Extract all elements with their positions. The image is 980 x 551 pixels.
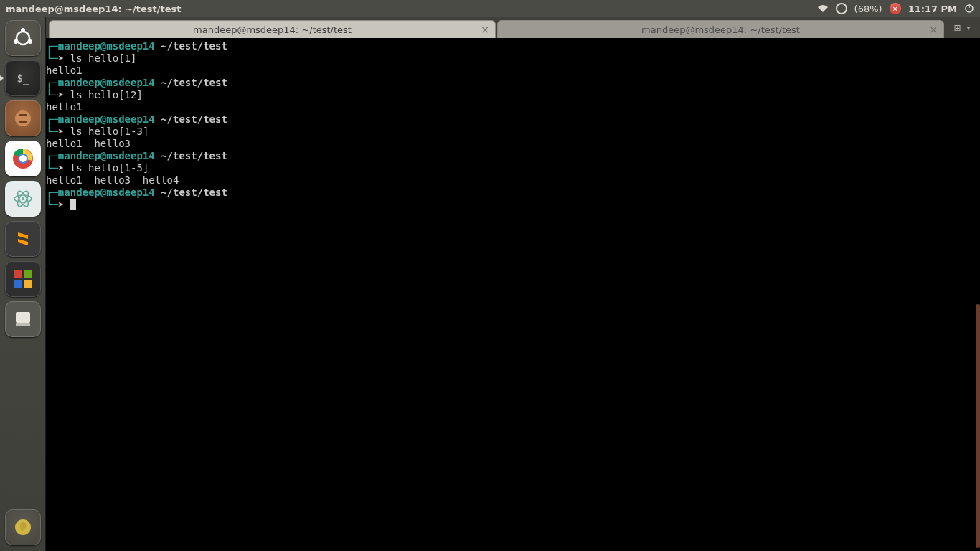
system-tray: (68%) ✕ 11:17 PM	[817, 3, 974, 14]
tab-title: mandeep@msdeep14: ~/test/test	[641, 24, 800, 35]
svg-rect-20	[16, 312, 30, 323]
svg-rect-1	[969, 4, 970, 8]
svg-point-2	[17, 32, 29, 44]
tab-close-icon[interactable]: ×	[481, 24, 489, 35]
tab-title: mandeep@msdeep14: ~/test/test	[193, 24, 352, 35]
close-indicator-icon[interactable]: ✕	[890, 3, 901, 14]
launcher-sublime[interactable]	[5, 221, 41, 257]
launcher-trash[interactable]	[5, 509, 41, 545]
svg-rect-7	[19, 114, 27, 116]
svg-point-11	[19, 155, 27, 162]
wifi-icon[interactable]	[817, 4, 829, 13]
top-menu-bar: mandeep@msdeep14: ~/test/test (68%) ✕ 11…	[0, 0, 980, 17]
scrollbar-thumb[interactable]	[976, 304, 980, 548]
tab-menu-icon[interactable]: ▾	[966, 24, 970, 32]
svg-point-4	[14, 39, 18, 44]
svg-rect-8	[19, 121, 27, 123]
launcher-dock: $_	[0, 17, 46, 551]
launcher-atom[interactable]	[5, 181, 41, 217]
terminal-viewport[interactable]: ┌─mandeep@msdeep14 ~/test/test └─➤ ls he…	[46, 39, 980, 551]
svg-point-15	[22, 197, 24, 200]
terminal-cursor	[70, 199, 76, 210]
terminal-tab-active[interactable]: mandeep@msdeep14: ~/test/test ×	[49, 20, 496, 38]
terminal-tab-bar: mandeep@msdeep14: ~/test/test × mandeep@…	[46, 17, 980, 39]
launcher-workspaces[interactable]	[5, 261, 41, 297]
terminal-tab-inactive[interactable]: mandeep@msdeep14: ~/test/test ×	[497, 20, 944, 38]
svg-rect-18	[14, 280, 22, 288]
new-tab-icon[interactable]: ⊞	[952, 23, 962, 33]
battery-percent: (68%)	[854, 4, 882, 14]
svg-point-5	[28, 39, 32, 44]
clock: 11:17 PM	[908, 4, 957, 14]
svg-rect-16	[14, 270, 22, 278]
launcher-files[interactable]	[5, 100, 41, 136]
svg-rect-21	[16, 323, 30, 326]
terminal-window: mandeep@msdeep14: ~/test/test × mandeep@…	[46, 17, 980, 551]
power-icon[interactable]	[964, 4, 974, 14]
launcher-chrome[interactable]	[5, 141, 41, 176]
window-title: mandeep@msdeep14: ~/test/test	[6, 4, 182, 14]
tab-close-icon[interactable]: ×	[929, 24, 938, 35]
svg-rect-19	[24, 280, 32, 288]
battery-ring-icon[interactable]	[836, 3, 847, 14]
svg-point-6	[15, 110, 31, 126]
svg-rect-17	[24, 270, 32, 278]
launcher-ubuntu[interactable]	[5, 20, 41, 56]
launcher-terminal[interactable]: $_	[5, 60, 41, 96]
launcher-disk[interactable]	[5, 301, 41, 337]
svg-point-3	[21, 28, 25, 32]
app-running-indicator-icon	[0, 75, 4, 81]
